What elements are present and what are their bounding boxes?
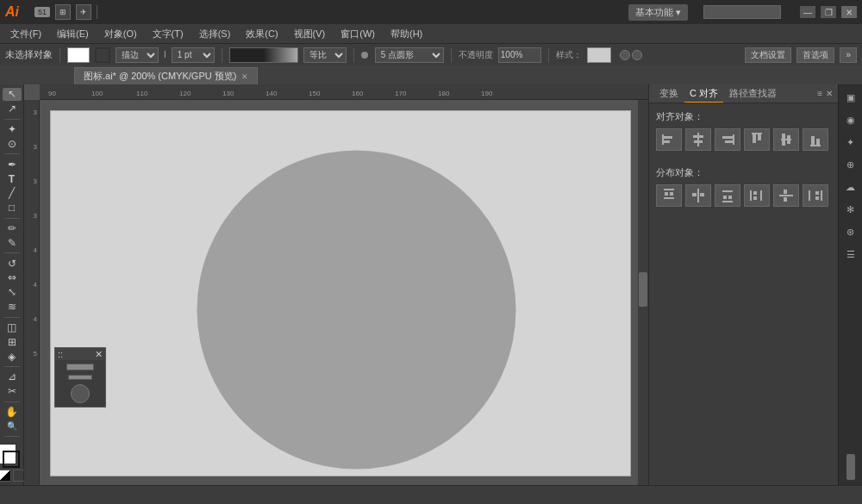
dist-center-h-btn[interactable] [685, 184, 711, 207]
align-right-btn[interactable] [715, 128, 740, 151]
menu-effect[interactable]: 效果(C) [239, 26, 284, 42]
menu-edit[interactable]: 编辑(E) [50, 26, 96, 42]
far-btn-3[interactable]: ✦ [841, 133, 860, 152]
svg-rect-21 [664, 197, 674, 199]
close-button[interactable]: ✕ [841, 6, 857, 18]
far-scrollbar-thumb[interactable] [846, 454, 855, 480]
panel-tabs: 变换 C 对齐 路径查找器 [654, 85, 814, 103]
far-btn-5[interactable]: ☁ [841, 177, 860, 196]
style-controls [620, 50, 642, 60]
scrollbar-thumb[interactable] [639, 272, 647, 307]
align-bottom-btn[interactable] [803, 128, 828, 151]
panel-collapse[interactable]: ≡ [817, 89, 822, 98]
menu-object[interactable]: 对象(O) [97, 26, 144, 42]
mini-line-style-2[interactable] [68, 375, 92, 380]
tab-align[interactable]: C 对齐 [684, 85, 723, 103]
doc-settings-button[interactable]: 文档设置 [745, 47, 791, 63]
ruler-mark-v-4c: 4 [34, 315, 37, 323]
type-tool[interactable]: T [3, 172, 22, 185]
pencil-tool[interactable]: ✎ [3, 236, 22, 249]
hand-tool[interactable]: ✋ [3, 406, 22, 419]
rotate-tool[interactable]: ↺ [3, 257, 22, 270]
pen-tool[interactable]: ✒ [3, 158, 22, 171]
paintbrush-tool[interactable]: ✏ [3, 222, 22, 235]
warp-tool[interactable]: ≋ [3, 301, 22, 314]
artboard-icon[interactable]: ✈ [76, 4, 91, 20]
reflect-tool[interactable]: ⇔ [3, 271, 22, 284]
magic-wand-tool[interactable]: ✦ [3, 123, 22, 136]
workspace-label[interactable]: 基本功能 ▾ [628, 4, 688, 21]
stroke-type-select[interactable]: 描边 [116, 47, 159, 63]
prefs-button[interactable]: 首选项 [796, 47, 834, 63]
far-btn-1[interactable]: ▣ [841, 88, 860, 107]
document-tab[interactable]: 图标.ai* @ 200% (CMYK/GPU 预览) ✕ [74, 67, 258, 84]
blend-tool[interactable]: ◈ [3, 350, 22, 363]
stroke-width-select[interactable]: 1 pt [172, 47, 215, 63]
shape-select[interactable]: 5 点圆形 [375, 47, 444, 63]
menu-select[interactable]: 选择(S) [192, 26, 238, 42]
align-top-btn[interactable] [744, 128, 770, 151]
dist-center-v-btn[interactable] [773, 184, 799, 207]
svg-rect-0 [662, 134, 664, 145]
panel-close[interactable]: ✕ [826, 89, 833, 98]
direct-selection-tool[interactable]: ↗ [3, 103, 22, 115]
menu-file[interactable]: 文件(F) [3, 26, 48, 42]
tab-transform[interactable]: 变换 [654, 85, 684, 102]
stroke-color-box[interactable] [3, 451, 20, 468]
align-center-v-btn[interactable] [773, 128, 799, 151]
far-btn-7[interactable]: ⊛ [841, 222, 860, 241]
mini-panel-header[interactable]: :: ✕ [55, 348, 105, 360]
opacity-input[interactable] [498, 47, 541, 63]
artboard [50, 110, 631, 476]
mesh-tool[interactable]: ⊞ [3, 335, 22, 348]
far-btn-8[interactable]: ☰ [841, 245, 860, 264]
svg-rect-8 [725, 140, 733, 143]
far-btn-6[interactable]: ✻ [841, 200, 860, 219]
arrange-icon[interactable]: ⊞ [55, 4, 71, 20]
zoom-tool[interactable]: 🔍 [3, 420, 22, 432]
vertical-scrollbar[interactable] [638, 100, 648, 485]
svg-rect-22 [697, 189, 699, 202]
none-mode-btn[interactable] [13, 470, 25, 482]
scissors-tool[interactable]: ✂ [3, 385, 22, 398]
gradient-tool[interactable]: ◫ [3, 320, 22, 333]
left-toolbar: ↖ ↗ ✦ ⊙ ✒ T ╱ □ ✏ ✎ ↺ ⇔ ⤡ ≋ ◫ ⊞ ◈ ⊿ ✂ ✋ … [0, 84, 24, 485]
dist-top-btn[interactable] [656, 184, 682, 207]
rect-tool[interactable]: □ [3, 202, 22, 215]
far-btn-4[interactable]: ⊕ [841, 155, 860, 174]
mini-line-style[interactable] [66, 364, 94, 370]
eyedropper-tool[interactable]: ⊿ [3, 370, 22, 383]
stroke-type-dropdown[interactable]: 描边 [116, 47, 159, 63]
title-bar: Ai 51 ⊞ ✈ 基本功能 ▾ — ❐ ✕ [0, 0, 862, 24]
selection-tool[interactable]: ↖ [3, 88, 22, 101]
search-input[interactable] [703, 5, 781, 19]
menu-view[interactable]: 视图(V) [287, 26, 333, 42]
align-center-h-btn[interactable] [685, 128, 711, 151]
far-btn-2[interactable]: ◉ [841, 110, 860, 129]
minimize-button[interactable]: — [800, 6, 815, 18]
tab-pathfinder[interactable]: 路径查找器 [724, 85, 782, 102]
svg-rect-30 [753, 191, 757, 195]
menu-window[interactable]: 窗口(W) [334, 26, 382, 42]
circle-object[interactable] [197, 150, 516, 469]
svg-rect-20 [670, 192, 673, 196]
stroke-swatch[interactable] [95, 47, 110, 63]
fill-swatch[interactable] [67, 47, 90, 63]
more-button[interactable]: » [840, 47, 857, 63]
scale-tool[interactable]: ⤡ [3, 286, 22, 299]
menu-text[interactable]: 文字(T) [146, 26, 191, 42]
line-tool[interactable]: ╱ [3, 187, 22, 200]
mini-panel-close[interactable]: ✕ [95, 349, 103, 360]
lasso-tool[interactable]: ⊙ [3, 137, 22, 150]
color-mode-btn[interactable] [0, 470, 11, 482]
restore-button[interactable]: ❐ [821, 6, 836, 18]
align-left-btn[interactable] [656, 128, 682, 151]
dist-bottom-btn[interactable] [715, 184, 740, 207]
menu-help[interactable]: 帮助(H) [384, 26, 429, 42]
opt-divider-1 [59, 47, 60, 63]
mini-circle-btn[interactable] [71, 384, 90, 403]
dist-right-btn[interactable] [803, 184, 828, 207]
dist-left-btn[interactable] [744, 184, 770, 207]
stroke-style-select[interactable]: 等比 [303, 47, 347, 63]
tab-close-icon[interactable]: ✕ [241, 72, 248, 81]
